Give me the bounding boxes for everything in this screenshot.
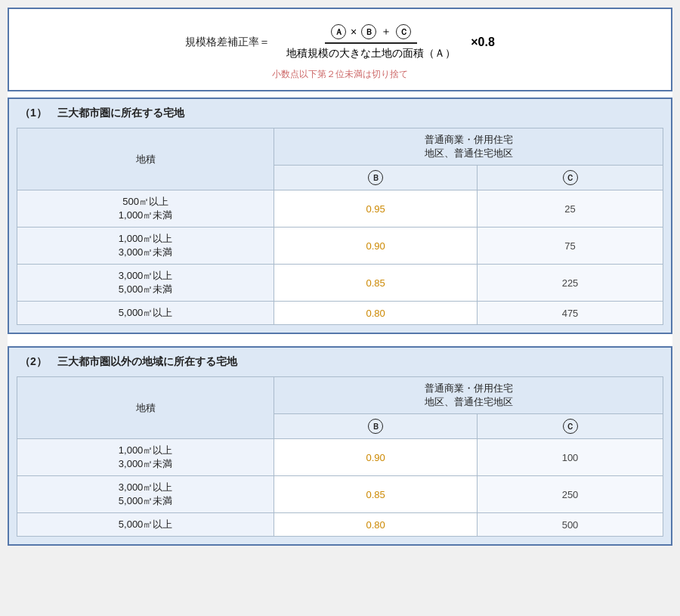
section2-table: 地積 普通商業・併用住宅 地区、普通住宅地区 Ｂ Ｃ 1,000㎡以上3,00	[17, 376, 663, 537]
table-row: 0.80	[274, 302, 478, 325]
table-row: 0.90	[274, 228, 478, 265]
section1-table: 地積 普通商業・併用住宅 地区、普通住宅地区 Ｂ Ｃ 500㎡以上1,000㎡	[17, 128, 663, 325]
formula-container: 規模格差補正率＝ Ａ × Ｂ ＋ Ｃ 地積規模の大きな土地の面積（Ａ） ×0.8	[32, 24, 648, 60]
circle-b2-header: Ｂ	[368, 419, 383, 434]
table-row: 0.85	[274, 476, 478, 513]
section2-col-c-header: Ｃ	[478, 414, 663, 439]
formula-section: 規模格差補正率＝ Ａ × Ｂ ＋ Ｃ 地積規模の大きな土地の面積（Ａ） ×0.8…	[8, 8, 672, 91]
table-row: 100	[478, 439, 663, 476]
table-row: 5,000㎡以上	[17, 513, 274, 537]
table-row: 75	[478, 228, 663, 265]
table-row: 0.85	[274, 265, 478, 302]
table-row: 500	[478, 513, 663, 537]
circle-b: Ｂ	[361, 24, 376, 39]
formula-note: 小数点以下第２位未満は切り捨て	[32, 68, 648, 81]
table-row: 500㎡以上1,000㎡未満	[17, 190, 274, 228]
table-row: 3,000㎡以上5,000㎡未満	[17, 265, 274, 302]
section1-col-c-header: Ｃ	[478, 166, 663, 190]
fraction-numerator: Ａ × Ｂ ＋ Ｃ	[325, 24, 417, 44]
section1-title: （1） 三大都市圏に所在する宅地	[17, 107, 663, 120]
table-row: 0.95	[274, 190, 478, 228]
table-row: 250	[478, 476, 663, 513]
section1-wrapper: （1） 三大都市圏に所在する宅地 地積 普通商業・併用住宅 地区、普通住宅地区 …	[8, 98, 672, 334]
section2-title: （2） 三大都市圏以外の地域に所在する宅地	[17, 355, 663, 369]
page-wrapper: 規模格差補正率＝ Ａ × Ｂ ＋ Ｃ 地積規模の大きな土地の面積（Ａ） ×0.8…	[8, 8, 672, 546]
section1-col-label: 地積	[17, 128, 274, 190]
table-row: 5,000㎡以上	[17, 302, 274, 325]
fraction-denominator: 地積規模の大きな土地の面積（Ａ）	[280, 44, 462, 60]
table-row: 3,000㎡以上5,000㎡未満	[17, 476, 274, 513]
table-row: 0.80	[274, 513, 478, 537]
section2-wrapper: （2） 三大都市圏以外の地域に所在する宅地 地積 普通商業・併用住宅 地区、普通…	[8, 346, 672, 546]
table-row: 475	[478, 302, 663, 325]
circle-c-header: Ｃ	[563, 170, 578, 185]
table-row: 1,000㎡以上3,000㎡未満	[17, 228, 274, 265]
section2-col-header-main: 普通商業・併用住宅 地区、普通住宅地区	[274, 377, 663, 414]
times-sign-1: ×	[351, 26, 357, 38]
section1-col-header-main: 普通商業・併用住宅 地区、普通住宅地区	[274, 128, 663, 166]
formula-label: 規模格差補正率＝	[185, 36, 270, 49]
circle-b-header: Ｂ	[368, 170, 383, 185]
circle-a: Ａ	[331, 24, 346, 39]
table-row: 1,000㎡以上3,000㎡未満	[17, 439, 274, 476]
section2-col-b-header: Ｂ	[274, 414, 478, 439]
formula-fraction: Ａ × Ｂ ＋ Ｃ 地積規模の大きな土地の面積（Ａ）	[280, 24, 462, 60]
circle-c: Ｃ	[396, 24, 411, 39]
plus-sign: ＋	[381, 25, 391, 39]
section2-col-label: 地積	[17, 377, 274, 439]
table-row: 25	[478, 190, 663, 228]
circle-c2-header: Ｃ	[563, 419, 578, 434]
table-row: 225	[478, 265, 663, 302]
multiplier: ×0.8	[471, 36, 495, 49]
table-row: 0.90	[274, 439, 478, 476]
section1-col-b-header: Ｂ	[274, 166, 478, 190]
